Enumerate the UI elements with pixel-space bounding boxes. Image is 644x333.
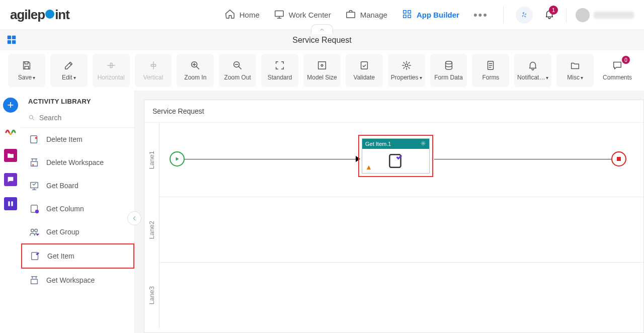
apps-icon — [401, 9, 413, 21]
more-menu[interactable]: ••• — [473, 9, 488, 22]
vertical-button[interactable]: Vertical — [135, 54, 172, 87]
search-input[interactable] — [39, 114, 127, 122]
library-item-delete-workspace[interactable]: Delete Workspace — [21, 151, 134, 174]
library-item-label: Get Workspace — [46, 276, 95, 284]
comments-button[interactable]: 0 Comments — [599, 54, 636, 87]
svg-point-13 — [321, 64, 323, 66]
comment-icon — [612, 60, 623, 71]
svg-point-25 — [31, 229, 34, 232]
search-icon — [28, 113, 35, 122]
integrations-button[interactable] — [516, 7, 533, 24]
form-data-button[interactable]: Form Data — [430, 54, 467, 87]
svg-rect-4 — [404, 15, 407, 18]
zoom-in-button[interactable]: Zoom In — [177, 54, 214, 87]
rail-folder[interactable] — [4, 149, 17, 162]
folder-icon — [7, 151, 15, 159]
validate-button[interactable]: Validate — [346, 54, 383, 87]
activity-get-item[interactable]: Get Item.1 ▲ — [358, 135, 433, 177]
svg-rect-21 — [31, 136, 37, 143]
svg-point-26 — [35, 229, 38, 232]
library-item-get-workspace[interactable]: Get Workspace — [21, 269, 134, 292]
get-item-icon — [29, 251, 41, 262]
collapse-panel-button[interactable] — [127, 211, 141, 225]
chat-icon — [7, 176, 15, 184]
delete-workspace-icon — [28, 157, 40, 168]
notifications-button[interactable]: Notificat…▾ — [514, 54, 551, 87]
toolbar: Save▾ Edit▾ Horizontal Vertical Zoom In … — [0, 50, 644, 91]
misc-button[interactable]: Misc▾ — [556, 54, 594, 87]
rail-columns[interactable] — [4, 197, 17, 210]
svg-point-16 — [445, 61, 452, 64]
lane-label: Lane1 — [144, 123, 159, 197]
library-item-delete-item[interactable]: Delete Item — [21, 128, 134, 151]
pinwheel-icon — [520, 11, 529, 20]
save-button[interactable]: Save▾ — [8, 54, 45, 87]
workspace-icon — [28, 275, 40, 286]
library-item-get-item[interactable]: Get Item — [21, 243, 134, 269]
svg-point-15 — [405, 64, 408, 67]
rail-chat[interactable] — [4, 173, 17, 186]
nav-work-center[interactable]: Work Center — [274, 9, 331, 21]
briefcase-icon — [345, 9, 356, 21]
edit-button[interactable]: Edit▾ — [50, 54, 88, 87]
rail-integrations[interactable] — [4, 124, 18, 138]
logo: agilepint — [10, 7, 69, 23]
user-menu[interactable] — [566, 8, 634, 22]
library-item-label: Get Group — [46, 228, 79, 236]
chevron-up-icon — [319, 27, 325, 33]
monitor-icon — [274, 9, 285, 21]
subheader: Service Request — [0, 30, 644, 50]
comments-badge: 0 — [622, 56, 630, 64]
warning-icon: ▲ — [365, 163, 372, 171]
board-icon — [28, 180, 40, 191]
nav-label: Home — [239, 11, 260, 19]
nav-label: App Builder — [417, 11, 459, 19]
properties-button[interactable]: Properties▾ — [388, 54, 425, 87]
page-title: Service Request — [0, 36, 644, 45]
lane-label: Lane2 — [144, 197, 159, 263]
nav-app-builder[interactable]: App Builder — [401, 9, 459, 21]
svg-point-24 — [35, 210, 39, 213]
start-node[interactable] — [170, 151, 185, 166]
notification-badge: 1 — [549, 6, 558, 15]
library-item-get-group[interactable]: Get Group — [21, 220, 134, 243]
notification-button[interactable]: 1 — [544, 9, 555, 21]
collapse-header-button[interactable] — [311, 24, 333, 34]
play-icon — [174, 156, 180, 162]
svg-rect-2 — [404, 11, 407, 14]
svg-rect-14 — [361, 62, 367, 69]
model-size-icon — [316, 60, 328, 71]
fit-standard-icon — [274, 60, 285, 71]
end-node[interactable] — [611, 151, 626, 166]
save-icon — [21, 60, 32, 71]
delete-item-icon — [28, 134, 40, 145]
columns-icon — [7, 200, 15, 208]
add-button[interactable]: + — [3, 98, 18, 113]
horizontal-button[interactable]: Horizontal — [93, 54, 130, 87]
edit-icon — [63, 60, 74, 71]
svg-rect-19 — [11, 201, 13, 206]
folder-icon — [570, 60, 581, 71]
nav-manage[interactable]: Manage — [345, 9, 387, 21]
model-size-button[interactable]: Model Size — [303, 54, 341, 87]
svg-point-28 — [423, 143, 424, 144]
library-item-get-board[interactable]: Get Board — [21, 174, 134, 197]
group-icon — [28, 226, 40, 237]
nav-label: Work Center — [289, 11, 331, 19]
standard-button[interactable]: Standard — [261, 54, 298, 87]
sequence-flow[interactable] — [185, 159, 358, 159]
align-horizontal-icon — [106, 60, 117, 71]
lane-label: Lane3 — [144, 263, 159, 328]
library-item-label: Delete Item — [46, 135, 83, 143]
forms-button[interactable]: Forms — [472, 54, 509, 87]
activity-library-panel: ACTIVITY LIBRARY Delete Item Delete Work… — [21, 91, 135, 333]
sequence-flow[interactable] — [434, 159, 611, 159]
nav-home[interactable]: Home — [224, 9, 260, 21]
process-canvas[interactable]: Service Request Lane1 Lane2 Lane3 — [144, 100, 644, 333]
panel-title: ACTIVITY LIBRARY — [21, 91, 134, 110]
gear-icon[interactable] — [420, 140, 426, 147]
zoom-out-button[interactable]: Zoom Out — [219, 54, 256, 87]
gear-icon — [401, 60, 412, 71]
svg-rect-5 — [408, 15, 411, 18]
library-item-get-column[interactable]: Get Column — [21, 197, 134, 220]
